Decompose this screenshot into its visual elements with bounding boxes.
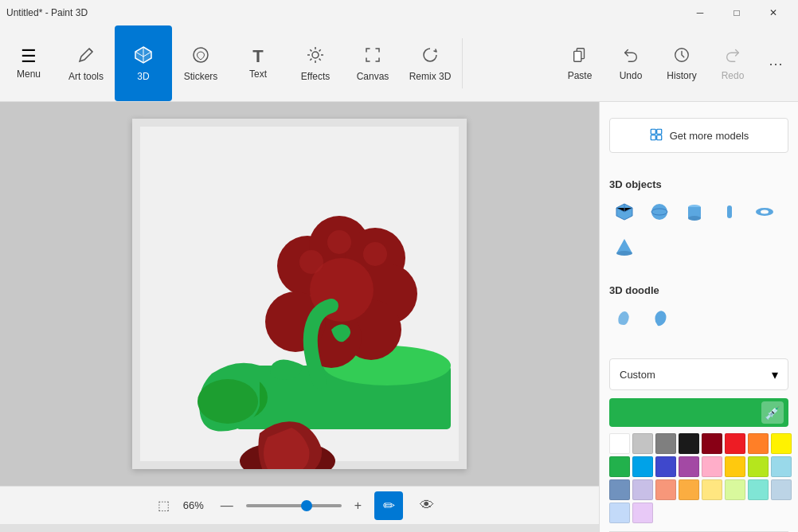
app-title: Untitled* - Paint 3D: [6, 7, 88, 18]
eyedropper-button[interactable]: 💉: [761, 401, 784, 424]
color-cell[interactable]: [632, 456, 653, 477]
color-cell[interactable]: [655, 433, 676, 454]
menu-icon: ☰: [21, 48, 37, 65]
zoom-minus-button[interactable]: —: [217, 499, 237, 513]
minimize-button[interactable]: ─: [682, 0, 718, 25]
3d-doodle-grid: [609, 303, 788, 333]
canvas-container[interactable]: [0, 102, 599, 486]
title-bar: Untitled* - Paint 3D ─ □ ✕: [0, 0, 798, 25]
fit-screen-icon[interactable]: ⬚: [158, 498, 170, 513]
3d-cone-item[interactable]: [609, 232, 640, 262]
svg-point-23: [327, 230, 351, 254]
color-cell[interactable]: [679, 433, 699, 454]
color-cell[interactable]: [609, 456, 630, 477]
undo-icon: [622, 46, 640, 67]
canvas-icon: [363, 45, 382, 68]
color-cell[interactable]: [609, 503, 630, 523]
stickers-icon: [191, 45, 210, 68]
3d-doodle-item-1[interactable]: [609, 303, 640, 333]
canvas-scrollbar[interactable]: [0, 524, 599, 532]
zoom-slider[interactable]: [246, 504, 342, 507]
get-more-icon: [649, 127, 663, 144]
toolbar-separator: [462, 38, 463, 88]
color-cell[interactable]: [748, 479, 769, 500]
color-cell[interactable]: [609, 433, 630, 454]
color-cell[interactable]: [725, 456, 745, 477]
toolbar-history[interactable]: History: [658, 40, 706, 88]
color-cell[interactable]: [632, 503, 653, 523]
zoom-plus-button[interactable]: +: [351, 499, 365, 513]
color-palette: [609, 433, 788, 523]
paste-icon: [571, 46, 589, 67]
color-cell[interactable]: [702, 479, 722, 500]
toolbar-redo[interactable]: Redo: [709, 40, 757, 88]
menu-label: Menu: [17, 68, 41, 80]
chevron-down-icon: ▾: [772, 367, 778, 382]
3d-cube-item[interactable]: [609, 197, 640, 227]
toolbar-effects[interactable]: Effects: [287, 25, 344, 101]
3d-objects-title: 3D objects: [609, 178, 788, 190]
3d-doodle-section: 3D doodle: [600, 275, 798, 349]
color-cell[interactable]: [748, 433, 769, 454]
3d-sphere-item[interactable]: [644, 197, 675, 227]
svg-point-11: [198, 379, 258, 424]
custom-dropdown[interactable]: Custom ▾: [609, 358, 788, 390]
close-button[interactable]: ✕: [755, 0, 792, 25]
color-cell[interactable]: [725, 433, 745, 454]
color-cell[interactable]: [609, 479, 630, 500]
color-cell[interactable]: [702, 433, 722, 454]
paste-label: Paste: [568, 70, 593, 81]
effects-label: Effects: [301, 71, 330, 82]
pencil-button[interactable]: ✏: [374, 491, 403, 520]
toolbar-undo[interactable]: Undo: [607, 40, 655, 88]
undo-label: Undo: [620, 70, 643, 81]
color-cell[interactable]: [702, 456, 722, 477]
svg-point-24: [363, 242, 387, 266]
toolbar-canvas[interactable]: Canvas: [344, 25, 401, 101]
canvas-inner[interactable]: [132, 119, 467, 469]
custom-section: Custom ▾ 💉 + Add color: [600, 349, 798, 532]
eye-button[interactable]: 👁: [413, 491, 441, 520]
toolbar-menu[interactable]: ☰ Menu: [0, 25, 57, 101]
3d-doodle-item-2[interactable]: [644, 303, 675, 333]
color-cell[interactable]: [748, 456, 769, 477]
get-more-models-button[interactable]: Get more models: [609, 118, 788, 153]
toolbar-more[interactable]: ⋯: [760, 50, 792, 77]
toolbar-text[interactable]: T Text: [229, 25, 287, 101]
toolbar-remix3d[interactable]: Remix 3D: [401, 25, 459, 101]
3d-capsule-item[interactable]: [714, 197, 745, 227]
remix3d-icon: [421, 45, 440, 68]
color-swatch-bar: 💉: [609, 398, 788, 427]
toolbar-3d[interactable]: 3D: [115, 25, 172, 101]
color-cell[interactable]: [771, 456, 792, 477]
color-cell[interactable]: [679, 456, 699, 477]
color-cell[interactable]: [725, 479, 745, 500]
color-cell[interactable]: [679, 479, 699, 500]
window-controls: ─ □ ✕: [682, 0, 792, 25]
color-cell[interactable]: [771, 479, 792, 500]
color-cell[interactable]: [632, 479, 653, 500]
toolbar-paste[interactable]: Paste: [556, 40, 604, 88]
3d-icon: [134, 45, 153, 68]
3d-objects-grid: [609, 197, 788, 262]
right-panel: Get more models 3D objects: [599, 102, 798, 532]
color-cell[interactable]: [655, 456, 676, 477]
zoom-percent: 66%: [179, 499, 208, 511]
panel-top-section: Get more models: [600, 102, 798, 169]
3d-objects-section: 3D objects: [600, 169, 798, 275]
toolbar-stickers[interactable]: Stickers: [172, 25, 229, 101]
color-cell[interactable]: [771, 433, 792, 454]
history-label: History: [667, 70, 696, 81]
color-cell[interactable]: [632, 433, 653, 454]
redo-icon: [724, 46, 741, 67]
maximize-button[interactable]: □: [718, 0, 755, 25]
canvas-area: ⬚ 66% — + ✏ 👁: [0, 102, 599, 532]
3d-cylinder-item[interactable]: [679, 197, 710, 227]
color-cell[interactable]: [655, 479, 676, 500]
toolbar-art-tools[interactable]: Art tools: [57, 25, 115, 101]
history-icon: [673, 46, 690, 67]
effects-icon: [306, 45, 325, 68]
text-icon: T: [252, 48, 263, 65]
redo-label: Redo: [722, 70, 745, 81]
3d-donut-item[interactable]: [749, 197, 780, 227]
